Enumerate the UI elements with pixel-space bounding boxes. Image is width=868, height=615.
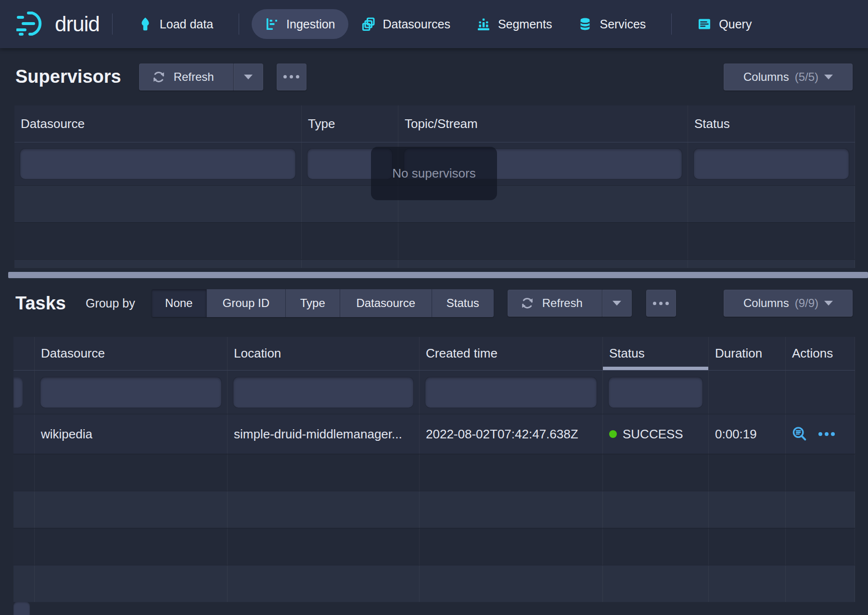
nav-item-label: Ingestion (286, 17, 335, 31)
more-icon (653, 302, 669, 305)
columns-count: (5/5) (795, 70, 818, 84)
datasource-filter-input[interactable] (20, 149, 295, 179)
refresh-label: Refresh (542, 296, 583, 310)
nav-divider (112, 13, 113, 35)
column-header-type[interactable]: Type (302, 105, 398, 142)
chevron-down-icon (613, 301, 621, 306)
druid-logo-icon (16, 9, 48, 39)
task-detail-button[interactable] (791, 426, 808, 442)
task-datasource[interactable]: wikipedia (35, 414, 228, 454)
tasks-table-header-row: Datasource Location Created time Status … (13, 337, 855, 371)
column-header-status[interactable]: Status (688, 105, 855, 142)
group-by-type-button[interactable]: Type (286, 289, 340, 317)
supervisors-refresh-button[interactable]: Refresh (139, 64, 233, 90)
task-row-wikipedia[interactable]: wikipedia simple-druid-middlemanager... … (13, 414, 855, 454)
tasks-more-button[interactable] (646, 290, 676, 317)
horizontal-scrollbar[interactable] (8, 272, 868, 278)
nav-divider (671, 13, 672, 35)
refresh-icon (520, 296, 535, 310)
nav-item-ingestion[interactable]: Ingestion (252, 9, 348, 39)
no-supervisors-message: No supervisors (392, 166, 475, 181)
created-time-filter-input[interactable] (425, 377, 597, 408)
task-location: simple-druid-middlemanager... (228, 414, 420, 454)
tasks-header: Tasks Group by None Group ID Type Dataso… (0, 283, 868, 323)
segment-label: Status (447, 296, 479, 310)
column-header-duration[interactable]: Duration (709, 337, 786, 370)
segment-label: Datasource (356, 296, 415, 310)
supervisors-more-button[interactable] (277, 64, 306, 90)
nav-item-label: Query (719, 17, 752, 31)
chevron-down-icon (244, 75, 253, 79)
success-status-dot (609, 430, 617, 438)
refresh-label: Refresh (174, 70, 214, 84)
task-duration: 0:00:19 (709, 414, 786, 454)
group-by-segmented-control: None Group ID Type Datasource Status (152, 289, 494, 317)
druid-logo[interactable]: druid (16, 9, 100, 39)
status-badge: SUCCESS (623, 427, 683, 442)
supervisors-columns-button[interactable]: Columns (5/5) (724, 64, 853, 90)
nav-item-label: Datasources (383, 17, 450, 31)
nav-item-services[interactable]: Services (565, 9, 659, 39)
segment-label: Group ID (223, 296, 269, 310)
nav-divider (239, 13, 239, 35)
group-by-status-button[interactable]: Status (432, 289, 494, 317)
supervisors-header: Supervisors Refresh Columns (5/5) (0, 48, 868, 105)
tasks-refresh-split-button: Refresh (508, 290, 632, 317)
no-supervisors-overlay: No supervisors (371, 147, 497, 200)
top-nav: druid Load data Ingestion (0, 0, 868, 48)
empty-row (13, 491, 855, 528)
nav-item-label: Segments (498, 17, 552, 31)
column-header-actions[interactable]: Actions (786, 337, 855, 370)
tasks-columns-button[interactable]: Columns (9/9) (724, 290, 853, 317)
column-header-clipped[interactable] (13, 337, 35, 370)
supervisors-table-header-row: Datasource Type Topic/Stream Status (14, 105, 855, 142)
clipped-filter-box-partial (13, 602, 30, 615)
refresh-icon (152, 70, 166, 84)
group-by-datasource-button[interactable]: Datasource (340, 289, 432, 317)
clipped-filter-input[interactable] (13, 377, 23, 408)
nav-item-segments[interactable]: Segments (463, 9, 565, 39)
ingestion-icon (265, 17, 279, 31)
column-header-created-time[interactable]: Created time (420, 337, 603, 370)
nav-item-query[interactable]: Query (684, 9, 765, 39)
query-icon (697, 17, 712, 31)
column-header-label: Status (609, 346, 645, 361)
task-more-actions-button[interactable] (818, 432, 835, 436)
column-header-status[interactable]: Status (603, 337, 709, 370)
location-filter-input[interactable] (233, 377, 413, 408)
group-by-label: Group by (86, 296, 135, 310)
chevron-down-icon (824, 75, 833, 79)
nav-item-datasources[interactable]: Datasources (348, 9, 463, 39)
tasks-refresh-button[interactable]: Refresh (508, 290, 602, 317)
task-created-time: 2022-08-02T07:42:47.638Z (420, 414, 603, 454)
tasks-filter-row (13, 371, 855, 414)
status-filter-input[interactable] (609, 377, 702, 408)
empty-row (13, 528, 855, 565)
columns-label: Columns (743, 296, 789, 310)
column-header-topic-stream[interactable]: Topic/Stream (398, 105, 688, 142)
tasks-refresh-caret-button[interactable] (602, 290, 632, 317)
group-by-group-id-button[interactable]: Group ID (207, 289, 286, 317)
status-filter-input[interactable] (694, 149, 849, 179)
segments-icon (476, 17, 491, 31)
nav-item-load-data[interactable]: Load data (125, 9, 226, 39)
supervisors-refresh-caret-button[interactable] (233, 64, 263, 90)
datasource-filter-input[interactable] (40, 377, 221, 408)
group-by-none-button[interactable]: None (152, 289, 207, 317)
sort-indicator (603, 367, 708, 370)
datasources-icon (361, 17, 376, 31)
nav-item-label: Load data (160, 17, 213, 31)
empty-row (13, 565, 855, 602)
columns-label: Columns (743, 70, 789, 84)
column-header-location[interactable]: Location (228, 337, 420, 370)
tasks-title: Tasks (15, 293, 66, 314)
load-data-icon (138, 17, 153, 31)
empty-row-partial (14, 259, 855, 268)
column-header-datasource[interactable]: Datasource (14, 105, 302, 142)
segment-label: None (165, 296, 192, 310)
supervisors-refresh-split-button: Refresh (139, 64, 263, 90)
brand-name: druid (55, 12, 100, 36)
supervisors-table: Datasource Type Topic/Stream Status No s… (14, 105, 855, 268)
more-icon (283, 75, 299, 78)
column-header-datasource[interactable]: Datasource (35, 337, 228, 370)
